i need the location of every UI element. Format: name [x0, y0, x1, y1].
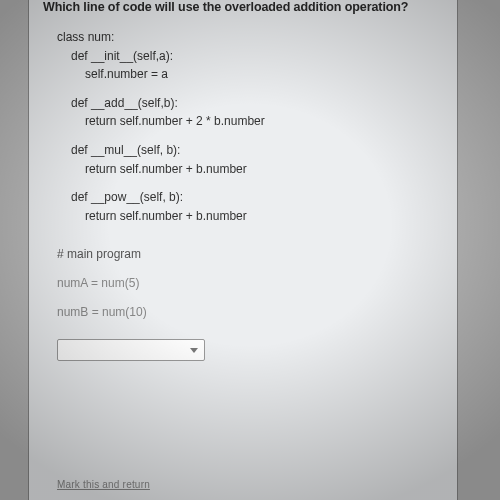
code-line: def __mul__(self, b):	[57, 141, 457, 160]
chevron-down-icon	[190, 348, 198, 353]
mark-return-link[interactable]: Mark this and return	[57, 479, 150, 490]
code-line: def __pow__(self, b):	[57, 188, 457, 207]
code-line: def __init__(self,a):	[57, 47, 457, 66]
worksheet-page: Which line of code will use the overload…	[28, 0, 458, 500]
code-line: class num:	[57, 28, 457, 47]
code-line: def __add__(self,b):	[57, 94, 457, 113]
answer-select-wrap	[57, 339, 457, 361]
question-heading: Which line of code will use the overload…	[29, 0, 457, 18]
code-line: return self.number + b.number	[57, 207, 457, 226]
code-line: numB = num(10)	[57, 303, 457, 322]
code-line: return self.number + 2 * b.number	[57, 112, 457, 131]
code-block: class num: def __init__(self,a): self.nu…	[29, 18, 457, 321]
code-line: return self.number + b.number	[57, 160, 457, 179]
answer-select[interactable]	[57, 339, 205, 361]
code-comment: # main program	[57, 245, 457, 264]
code-line: numA = num(5)	[57, 274, 457, 293]
code-line: self.number = a	[57, 65, 457, 84]
